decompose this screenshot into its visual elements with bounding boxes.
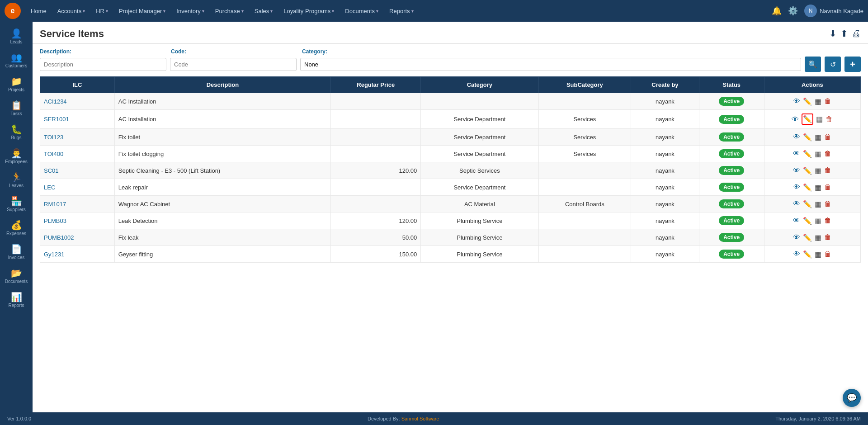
sidebar-item-suppliers[interactable]: 🏪 Suppliers — [0, 193, 33, 216]
view-icon[interactable]: 👁 — [793, 217, 800, 225]
barcode-icon[interactable]: ▦ — [816, 115, 823, 123]
cell-description: AC Installation — [114, 93, 330, 110]
cell-status: Active — [699, 196, 764, 212]
nav-hr[interactable]: HR ▾ — [91, 5, 113, 17]
view-icon[interactable]: 👁 — [793, 97, 800, 105]
sidebar-item-documents[interactable]: 📂 Documents — [0, 265, 33, 288]
edit-icon[interactable]: ✏️ — [802, 113, 813, 125]
barcode-icon[interactable]: ▦ — [815, 150, 821, 158]
cell-created-by: nayank — [631, 129, 699, 146]
sidebar-item-projects[interactable]: 📁 Projects — [0, 73, 33, 96]
upload-icon[interactable]: ⬆ — [840, 28, 848, 39]
edit-icon[interactable]: ✏️ — [803, 200, 812, 208]
print-icon[interactable]: 🖨 — [852, 28, 861, 39]
sidebar-item-leaves[interactable]: 🏃 Leaves — [0, 169, 33, 192]
view-icon[interactable]: 👁 — [793, 133, 800, 141]
view-icon[interactable]: 👁 — [793, 233, 800, 241]
barcode-icon[interactable]: ▦ — [815, 200, 821, 208]
sidebar-label: Leaves — [9, 183, 24, 189]
nav-loyalty[interactable]: Loyality Programs ▾ — [279, 5, 339, 17]
barcode-icon[interactable]: ▦ — [815, 183, 821, 192]
chevron-down-icon: ▾ — [83, 9, 85, 14]
nav-home[interactable]: Home — [26, 5, 51, 17]
barcode-icon[interactable]: ▦ — [815, 250, 821, 259]
sidebar-item-employees[interactable]: 👨‍💼 Employees — [0, 145, 33, 168]
col-status: Status — [699, 77, 764, 93]
sidebar-item-bugs[interactable]: 🐛 Bugs — [0, 121, 33, 144]
delete-icon[interactable]: 🗑 — [824, 183, 831, 191]
sidebar-item-invoices[interactable]: 📄 Invoices — [0, 241, 33, 264]
cell-status: Active — [699, 93, 764, 110]
delete-icon[interactable]: 🗑 — [824, 97, 831, 105]
delete-icon[interactable]: 🗑 — [824, 166, 831, 175]
view-icon[interactable]: 👁 — [793, 183, 800, 191]
view-icon[interactable]: 👁 — [792, 115, 799, 123]
view-icon[interactable]: 👁 — [793, 200, 800, 208]
view-icon[interactable]: 👁 — [793, 166, 800, 175]
cell-category — [421, 93, 538, 110]
edit-icon[interactable]: ✏️ — [803, 133, 812, 142]
action-icons: 👁 ✏️ ▦ 🗑 — [768, 200, 857, 208]
barcode-icon[interactable]: ▦ — [815, 217, 821, 225]
cell-created-by: nayank — [631, 246, 699, 263]
edit-icon[interactable]: ✏️ — [803, 183, 812, 192]
cell-actions: 👁 ✏️ ▦ 🗑 — [764, 196, 860, 212]
search-button[interactable]: 🔍 — [805, 57, 821, 72]
nav-purchase[interactable]: Purchase ▾ — [211, 5, 248, 17]
chat-bubble[interactable]: 💬 — [843, 389, 861, 407]
add-button[interactable]: + — [844, 57, 861, 72]
edit-icon[interactable]: ✏️ — [803, 166, 812, 175]
view-icon[interactable]: 👁 — [793, 250, 800, 258]
nav-documents[interactable]: Documents ▾ — [340, 5, 383, 17]
category-select[interactable]: None Service Department Septic Services … — [300, 58, 801, 71]
sidebar-item-expenses[interactable]: 💰 Expenses — [0, 217, 33, 240]
bell-icon[interactable]: 🔔 — [772, 6, 782, 16]
edit-icon[interactable]: ✏️ — [803, 250, 812, 259]
cell-description: Geyser fitting — [114, 246, 330, 263]
cell-ilc: TOI123 — [40, 129, 115, 146]
cell-price — [331, 196, 421, 212]
cell-created-by: nayank — [631, 229, 699, 246]
cell-price — [331, 110, 421, 129]
download-icon[interactable]: ⬇ — [829, 28, 837, 39]
nav-accounts[interactable]: Accounts ▾ — [53, 5, 90, 17]
delete-icon[interactable]: 🗑 — [826, 115, 833, 123]
delete-icon[interactable]: 🗑 — [824, 133, 831, 141]
sidebar-item-tasks[interactable]: 📋 Tasks — [0, 97, 33, 120]
cell-ilc: SER1001 — [40, 110, 115, 129]
cell-created-by: nayank — [631, 179, 699, 196]
sidebar-item-leads[interactable]: 👤 Leads — [0, 25, 33, 48]
content-area: Service Items ⬇ ⬆ 🖨 Description: Code: C… — [33, 22, 868, 412]
cell-subcategory: Services — [538, 129, 631, 146]
nav-sales[interactable]: Sales ▾ — [250, 5, 278, 17]
delete-icon[interactable]: 🗑 — [824, 217, 831, 225]
chevron-down-icon: ▾ — [411, 9, 414, 14]
avatar: N — [804, 5, 817, 17]
code-input[interactable] — [170, 58, 297, 71]
delete-icon[interactable]: 🗑 — [824, 250, 831, 258]
view-icon[interactable]: 👁 — [793, 150, 800, 158]
barcode-icon[interactable]: ▦ — [815, 233, 821, 242]
barcode-icon[interactable]: ▦ — [815, 166, 821, 175]
delete-icon[interactable]: 🗑 — [824, 233, 831, 241]
edit-icon[interactable]: ✏️ — [803, 150, 812, 158]
barcode-icon[interactable]: ▦ — [815, 97, 821, 106]
nav-reports[interactable]: Reports ▾ — [385, 5, 418, 17]
refresh-button[interactable]: ↺ — [825, 57, 841, 72]
sidebar-item-customers[interactable]: 👥 Customers — [0, 49, 33, 72]
sidebar-item-reports[interactable]: 📊 Reports — [0, 289, 33, 312]
cell-description: Fix toilet — [114, 129, 330, 146]
edit-icon[interactable]: ✏️ — [803, 97, 812, 106]
delete-icon[interactable]: 🗑 — [824, 200, 831, 208]
nav-project-manager[interactable]: Project Manager ▾ — [114, 5, 170, 17]
settings-icon[interactable]: ⚙️ — [788, 6, 798, 16]
barcode-icon[interactable]: ▦ — [815, 133, 821, 142]
edit-icon[interactable]: ✏️ — [803, 233, 812, 242]
filter-inputs: None Service Department Septic Services … — [40, 57, 861, 72]
nav-inventory[interactable]: Inventory ▾ — [172, 5, 208, 17]
col-actions: Actions — [764, 77, 860, 93]
user-profile[interactable]: N Navnath Kagade — [804, 5, 863, 17]
edit-icon[interactable]: ✏️ — [803, 217, 812, 225]
delete-icon[interactable]: 🗑 — [824, 150, 831, 158]
description-input[interactable] — [40, 58, 166, 71]
